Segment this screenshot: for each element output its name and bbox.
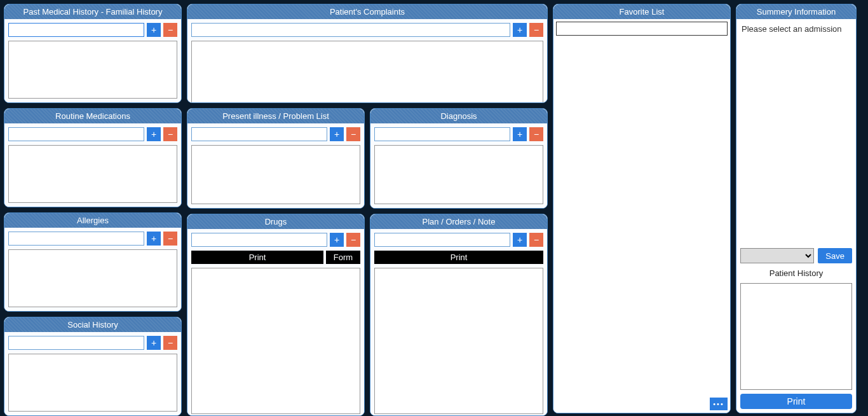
diagnosis-listbox[interactable] [374, 145, 543, 204]
diagnosis-remove-button[interactable]: − [529, 127, 543, 141]
row-drugs-plan: Drugs + − Print Form Plan / Orders / Not… [187, 214, 548, 416]
panel-header-plan: Plan / Orders / Note [370, 214, 547, 229]
drugs-form-button[interactable]: Form [326, 251, 360, 264]
panel-body-social: + − [4, 332, 181, 415]
social-input[interactable] [8, 336, 144, 350]
panel-body-pmh: + − [4, 19, 181, 102]
diagnosis-add-button[interactable]: + [513, 127, 527, 141]
plan-remove-button[interactable]: − [529, 233, 543, 247]
panel-body-present: + − [187, 123, 364, 208]
panel-body-drugs: + − Print Form [187, 229, 364, 416]
panel-body-diagnosis: + − [370, 123, 547, 208]
social-input-row: + − [8, 336, 177, 350]
plan-input[interactable] [374, 233, 510, 247]
pmh-remove-button[interactable]: − [163, 23, 177, 37]
panel-header-summary: Summery Information [736, 4, 856, 19]
panel-plan-orders-note: Plan / Orders / Note + − Print [370, 214, 548, 416]
patient-history-box[interactable] [740, 283, 852, 390]
favorite-list-area[interactable] [556, 36, 728, 410]
panel-body-routine: + − [4, 123, 181, 207]
favorite-input[interactable] [556, 22, 728, 36]
plan-print-button[interactable]: Print [374, 251, 543, 264]
admission-select-row: Save [740, 248, 852, 263]
drugs-print-button[interactable]: Print [191, 251, 323, 264]
routine-input[interactable] [8, 127, 144, 141]
present-add-button[interactable]: + [330, 127, 344, 141]
pmh-listbox[interactable] [8, 41, 177, 99]
drugs-listbox[interactable] [191, 268, 360, 414]
panel-drugs: Drugs + − Print Form [187, 214, 365, 416]
panel-body-allergies: + − [4, 228, 181, 311]
complaints-listbox[interactable] [191, 41, 543, 103]
app-root: Past Medical History - Familial History … [0, 0, 868, 416]
panel-body-plan: + − Print [370, 229, 547, 416]
panel-past-medical-history: Past Medical History - Familial History … [4, 4, 182, 103]
pmh-add-button[interactable]: + [147, 23, 161, 37]
panel-patient-complaints: Patient's Complaints + − [187, 4, 548, 103]
patient-history-label: Patient History [740, 267, 852, 279]
complaints-remove-button[interactable]: − [529, 23, 543, 37]
plan-listbox[interactable] [374, 268, 543, 414]
drugs-input[interactable] [191, 233, 327, 247]
allergies-input-row: + − [8, 232, 177, 246]
plan-input-row: + − [374, 233, 543, 247]
column-4: Summery Information Please select an adm… [736, 4, 857, 416]
routine-remove-button[interactable]: − [163, 127, 177, 141]
present-input[interactable] [191, 127, 327, 141]
allergies-add-button[interactable]: + [147, 232, 161, 246]
panel-header-present: Present illness / Problem List [187, 109, 364, 123]
complaints-input[interactable] [191, 23, 510, 37]
panel-header-allergies: Allergies [4, 213, 181, 228]
complaints-add-button[interactable]: + [513, 23, 527, 37]
routine-add-button[interactable]: + [147, 127, 161, 141]
routine-input-row: + − [8, 127, 177, 141]
drugs-input-row: + − [191, 233, 360, 247]
panel-body-favorite: ••• [553, 19, 730, 413]
panel-header-social: Social History [4, 317, 181, 332]
complaints-input-row: + − [191, 23, 543, 37]
admission-select[interactable] [740, 248, 814, 263]
save-button[interactable]: Save [818, 248, 852, 263]
drugs-subheader-row: Print Form [191, 251, 360, 264]
routine-listbox[interactable] [8, 145, 177, 203]
panel-social-history: Social History + − [4, 317, 182, 416]
column-2: Patient's Complaints + − Present illness… [187, 4, 548, 416]
panel-allergies: Allergies + − [4, 212, 182, 312]
panel-header-favorite: Favorite List [553, 4, 730, 19]
favorite-more-button[interactable]: ••• [710, 398, 728, 410]
plan-add-button[interactable]: + [513, 233, 527, 247]
panel-body-complaints: + − [187, 19, 547, 103]
column-1: Past Medical History - Familial History … [4, 4, 182, 416]
panel-header-complaints: Patient's Complaints [187, 4, 547, 19]
panel-favorite-list: Favorite List ••• [553, 4, 731, 413]
panel-diagnosis: Diagnosis + − [370, 108, 548, 209]
present-input-row: + − [191, 127, 360, 141]
panel-header-diagnosis: Diagnosis [370, 109, 547, 123]
social-listbox[interactable] [8, 354, 177, 412]
allergies-listbox[interactable] [8, 249, 177, 307]
pmh-input-row: + − [8, 23, 177, 37]
panel-header-routine: Routine Medications [4, 109, 181, 123]
drugs-remove-button[interactable]: − [346, 233, 360, 247]
panel-present-illness: Present illness / Problem List + − [187, 108, 365, 209]
diagnosis-input[interactable] [374, 127, 510, 141]
panel-header-pmh: Past Medical History - Familial History [4, 4, 181, 19]
drugs-add-button[interactable]: + [330, 233, 344, 247]
diagnosis-input-row: + − [374, 127, 543, 141]
column-3: Favorite List ••• [553, 4, 731, 416]
panel-summary-information: Summery Information Please select an adm… [736, 4, 857, 413]
present-listbox[interactable] [191, 145, 360, 204]
allergies-remove-button[interactable]: − [163, 232, 177, 246]
social-add-button[interactable]: + [147, 336, 161, 350]
panel-body-summary: Please select an admission Save Patient … [736, 19, 856, 413]
summary-message: Please select an admission [740, 23, 852, 34]
plan-subheader-row: Print [374, 251, 543, 264]
row-present-diagnosis: Present illness / Problem List + − Diagn… [187, 108, 548, 209]
summary-spacer [740, 38, 852, 244]
allergies-input[interactable] [8, 232, 144, 246]
social-remove-button[interactable]: − [163, 336, 177, 350]
pmh-input[interactable] [8, 23, 144, 37]
print-button[interactable]: Print [740, 394, 852, 409]
present-remove-button[interactable]: − [346, 127, 360, 141]
panel-routine-medications: Routine Medications + − [4, 108, 182, 207]
